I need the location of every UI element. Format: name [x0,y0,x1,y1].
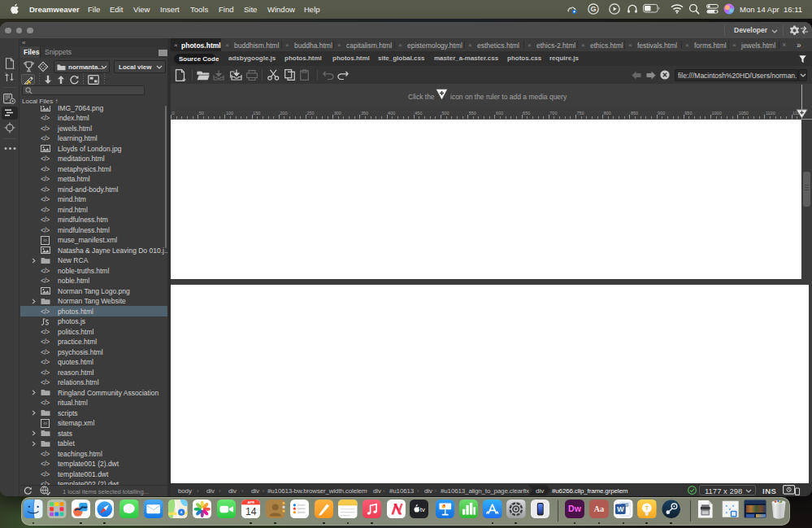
svg-text:14: 14 [245,506,257,517]
svg-text:tv: tv [419,506,424,513]
svg-text:W: W [617,505,624,513]
svg-text:‹›: ‹› [43,238,47,243]
svg-text:‹›: ‹› [43,421,47,426]
svg-text:G: G [590,5,596,13]
svg-text:APR: APR [247,500,254,504]
